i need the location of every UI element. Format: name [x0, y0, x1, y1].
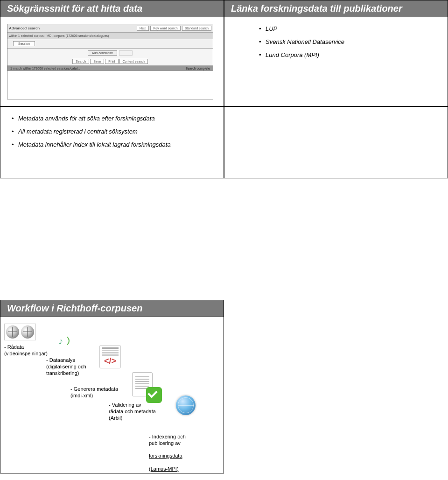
- list-item: Metadata innehåller index till lokalt la…: [10, 141, 214, 149]
- list-item: Metadata används för att söka efter fors…: [10, 114, 214, 123]
- btn-disabled: [119, 50, 133, 56]
- label-advanced: Advanced search: [9, 26, 40, 30]
- btn-save: Save: [90, 59, 104, 64]
- list-item: LUP: [257, 25, 438, 33]
- status-right: Search complete: [185, 67, 210, 70]
- list-item: Svensk Nationell Dataservice: [257, 38, 438, 46]
- browser-mock: Advanced search Help Key word search Sta…: [7, 24, 213, 99]
- btn-search: Search: [72, 59, 89, 64]
- status-left: 1 match within 172606 selected sessions/…: [10, 67, 185, 70]
- slide-content: Metadata används för att söka efter fors…: [0, 107, 224, 178]
- slide-link-publications: Länka forskningsdata till publikationer …: [224, 0, 448, 106]
- corpus-line: within 1 selected corpus: IMDI-corpora (…: [7, 33, 213, 39]
- btn-print: Print: [105, 59, 118, 64]
- btn-keyword: Key word search: [150, 26, 180, 31]
- session-select: Session: [13, 41, 35, 46]
- step-generate-metadata: - Generera metadata (imdi-xml): [70, 386, 118, 399]
- xml-icon: </>: [99, 345, 121, 368]
- slide-workflow: Workflow i Richthoff-corpusen - Rådata (…: [0, 300, 224, 473]
- workflow-diagram: - Rådata (videoinspelningar) ♪ - Dataana…: [0, 317, 224, 473]
- slide-title: Länka forskningsdata till publikationer: [224, 0, 448, 17]
- check-icon: [146, 387, 162, 403]
- slide-search-interface: Sökgränssnitt för att hitta data Advance…: [0, 0, 224, 106]
- slide-title: Workflow i Richthoff-corpusen: [0, 300, 224, 317]
- slide-metadata: Metadata används för att söka efter fors…: [0, 106, 224, 178]
- btn-content-search: Content search: [119, 59, 148, 64]
- list-item: Lund Corpora (MPI): [257, 51, 438, 59]
- slide-empty: [224, 106, 448, 178]
- list-item: All metadata registrerad i centralt söks…: [10, 127, 214, 136]
- audio-icon: ♪: [56, 334, 71, 350]
- step-raw-data: - Rådata (videoinspelningar): [4, 344, 48, 357]
- link-forskningsdata: forskningsdata: [149, 453, 182, 459]
- link-lamus: (Lamus-MPI): [149, 466, 179, 472]
- step-analysis: - Dataanalys (digitalisering och transkr…: [46, 357, 86, 376]
- btn-add-constraint: Add constraint: [88, 50, 117, 56]
- btn-standard: Standard search: [182, 26, 211, 31]
- step-publish: - Indexering och publicering av forsknin…: [149, 427, 186, 472]
- slide-content: LUP Svensk Nationell Dataservice Lund Co…: [224, 17, 448, 88]
- slide-title: Sökgränssnitt för att hitta data: [0, 0, 224, 17]
- raw-data-icon: [4, 324, 36, 340]
- globe-icon: [176, 395, 196, 415]
- step-validate: - Validering av rådata och metadata (Arb…: [109, 402, 156, 421]
- btn-help: Help: [137, 26, 149, 31]
